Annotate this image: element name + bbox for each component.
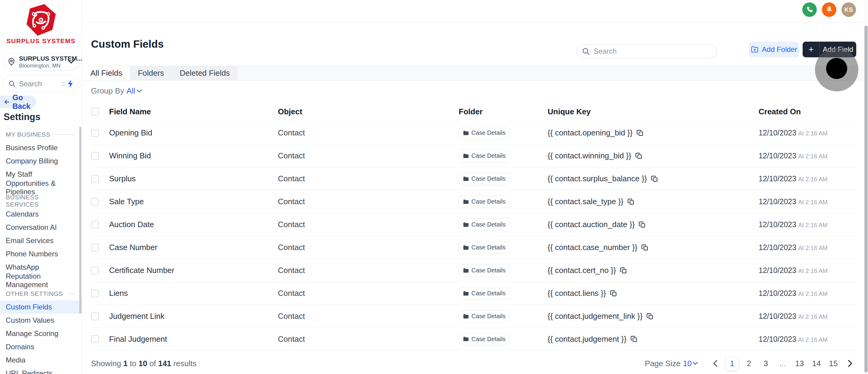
sidebar-item-url-redirects[interactable]: URL Redirects xyxy=(6,367,82,374)
page-button-2[interactable]: 2 xyxy=(742,356,756,371)
select-all-checkbox[interactable] xyxy=(91,108,99,116)
copy-key-button[interactable] xyxy=(620,267,627,275)
add-field-label: Add Field xyxy=(820,45,856,54)
folder-chip[interactable]: Case Details xyxy=(459,173,510,185)
copy-key-button[interactable] xyxy=(635,152,643,160)
row-checkbox[interactable] xyxy=(91,313,99,320)
user-avatar[interactable]: KS xyxy=(841,2,856,17)
table-row[interactable]: Sale Type Contact Case Details {{ contac… xyxy=(91,190,857,213)
table-row[interactable]: Liens Contact Case Details {{ contact.li… xyxy=(91,282,857,305)
folder-chip[interactable]: Case Details xyxy=(459,127,510,139)
sidebar-search-input[interactable] xyxy=(19,80,58,88)
page-button-15[interactable]: 15 xyxy=(827,356,840,371)
tab-folders[interactable]: Folders xyxy=(130,66,172,80)
quick-actions-bolt-icon[interactable] xyxy=(67,79,74,88)
sidebar-item-conversation-ai[interactable]: Conversation AI xyxy=(6,221,82,234)
copy-key-button[interactable] xyxy=(636,129,644,137)
row-checkbox[interactable] xyxy=(91,221,99,229)
folder-icon xyxy=(463,153,469,159)
add-field-button[interactable]: + Add Field xyxy=(803,41,856,57)
sidebar-scrollbar[interactable] xyxy=(79,127,82,314)
copy-key-button[interactable] xyxy=(646,313,654,320)
copy-key-button[interactable] xyxy=(610,290,618,297)
phone-button[interactable] xyxy=(802,2,817,17)
row-checkbox[interactable] xyxy=(91,335,99,343)
row-checkbox[interactable] xyxy=(91,175,99,183)
tab-all-fields[interactable]: All Fields xyxy=(83,66,130,80)
page-scrollbar-thumb[interactable] xyxy=(864,26,868,373)
fields-search-input[interactable] xyxy=(594,47,711,56)
copy-key-button[interactable] xyxy=(641,244,649,252)
folder-chip[interactable]: Case Details xyxy=(459,219,510,231)
sidebar-item-domains[interactable]: Domains xyxy=(6,340,82,353)
row-checkbox[interactable] xyxy=(91,267,99,275)
page-button-3[interactable]: 3 xyxy=(759,356,773,371)
sidebar-item-opportunities-pipelines[interactable]: Opportunities & Pipelines xyxy=(6,181,82,194)
table-row[interactable]: Certificate Number Contact Case Details … xyxy=(91,259,857,282)
sidebar-item-custom-fields[interactable]: Custom Fields xyxy=(6,300,82,314)
row-checkbox[interactable] xyxy=(91,152,99,160)
page-size-control: Page Size 10 xyxy=(645,359,698,368)
unique-key-text: {{ contact.judgement_link }} xyxy=(548,312,643,321)
folder-icon xyxy=(463,222,469,227)
folder-chip[interactable]: Case Details xyxy=(459,287,510,300)
created-on-cell: 12/10/2023At 2:16 AM xyxy=(758,220,857,229)
copy-key-button[interactable] xyxy=(638,221,646,229)
table-row[interactable]: Case Number Contact Case Details {{ cont… xyxy=(91,236,857,259)
sidebar-item-email-services[interactable]: Email Services xyxy=(6,234,82,247)
sidebar-item-manage-scoring[interactable]: Manage Scoring xyxy=(6,327,82,340)
copy-key-button[interactable] xyxy=(651,175,658,183)
group-by-value-dropdown[interactable]: All xyxy=(127,86,142,96)
table-row[interactable]: Winning Bid Contact Case Details {{ cont… xyxy=(91,144,857,167)
folder-chip[interactable]: Case Details xyxy=(459,241,510,254)
page-button-14[interactable]: 14 xyxy=(809,356,824,371)
table-row[interactable]: Judgement Link Contact Case Details {{ c… xyxy=(91,305,857,327)
page-button-1[interactable]: 1 xyxy=(725,356,739,371)
created-on-cell: 12/10/2023At 2:16 AM xyxy=(758,289,857,298)
sidebar-item-business-profile[interactable]: Business Profile xyxy=(6,141,82,154)
add-folder-button[interactable]: Add Folder xyxy=(749,41,799,57)
group-by-control: Group By All xyxy=(91,86,142,96)
folder-chip[interactable]: Case Details xyxy=(459,310,510,323)
sidebar-item-phone-numbers[interactable]: Phone Numbers xyxy=(6,247,82,261)
row-checkbox[interactable] xyxy=(91,198,99,206)
sidebar-item-reputation-management[interactable]: Reputation Management xyxy=(6,274,82,287)
created-on-cell: 12/10/2023At 2:16 AM xyxy=(758,174,857,183)
sidebar-item-custom-values[interactable]: Custom Values xyxy=(6,314,82,327)
tab-deleted-fields[interactable]: Deleted Fields xyxy=(172,66,238,80)
copy-key-button[interactable] xyxy=(630,335,638,343)
notifications-button[interactable] xyxy=(822,2,836,17)
sidebar-item-company-billing[interactable]: Company Billing xyxy=(6,154,82,168)
folder-chip[interactable]: Case Details xyxy=(459,196,510,208)
copy-icon xyxy=(636,129,644,137)
sidebar-item-media[interactable]: Media xyxy=(6,353,82,367)
go-back-button[interactable]: Go Back xyxy=(0,96,36,108)
field-name-cell: Judgement Link xyxy=(109,312,278,321)
folder-chip[interactable]: Case Details xyxy=(459,264,510,277)
row-checkbox[interactable] xyxy=(91,129,99,137)
row-checkbox[interactable] xyxy=(91,290,99,297)
copy-key-button[interactable] xyxy=(627,198,635,206)
table-row[interactable]: Opening Bid Contact Case Details {{ cont… xyxy=(91,121,857,144)
table-row[interactable]: Auction Date Contact Case Details {{ con… xyxy=(91,213,857,236)
page-header: Custom Fields Add Folder + Add Field xyxy=(83,22,868,66)
page-size-dropdown[interactable]: 10 xyxy=(683,359,698,368)
next-page-button[interactable] xyxy=(843,356,857,371)
table-row[interactable]: Surplus Contact Case Details {{ contact.… xyxy=(91,167,857,190)
object-cell: Contact xyxy=(278,289,459,298)
column-unique-key: Unique Key xyxy=(548,107,758,116)
page-scrollbar[interactable] xyxy=(864,0,868,374)
folder-chip[interactable]: Case Details xyxy=(459,333,510,345)
table-row[interactable]: Final Judgement Contact Case Details {{ … xyxy=(91,327,857,350)
row-checkbox[interactable] xyxy=(91,244,99,252)
column-field-name: Field Name xyxy=(109,107,278,116)
sidebar-item-calendars[interactable]: Calendars xyxy=(6,207,82,221)
prev-page-button[interactable] xyxy=(708,356,722,371)
location-switcher[interactable]: SURPLUS SYSTEM... Bloomington, MN xyxy=(3,53,79,70)
add-folder-label: Add Folder xyxy=(762,45,797,54)
folder-chip[interactable]: Case Details xyxy=(459,150,510,162)
topbar: KS xyxy=(83,0,868,22)
column-created-on: Created On xyxy=(758,107,857,116)
page-button-13[interactable]: 13 xyxy=(793,356,807,371)
folder-icon xyxy=(463,245,469,250)
